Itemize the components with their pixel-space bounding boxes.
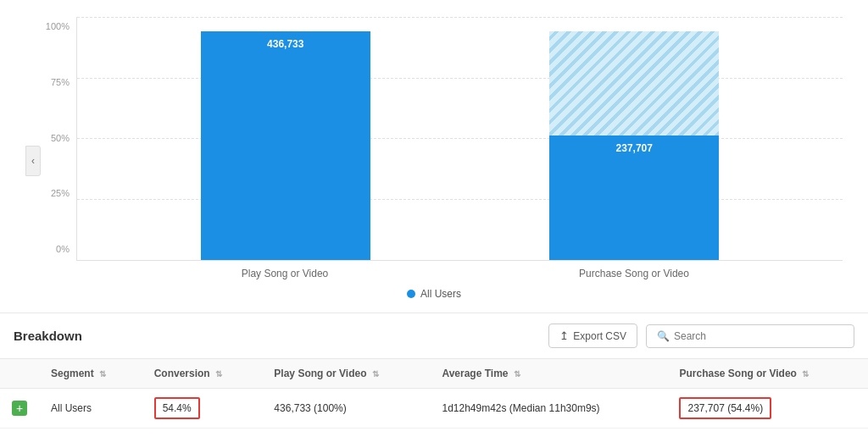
legend-item-all-users: All Users (407, 288, 461, 300)
bar-group-purchase: 237,707 (460, 17, 810, 260)
export-label: Export CSV (573, 330, 626, 342)
x-label-purchase: Purchase Song or Video (459, 268, 809, 279)
col-label-segment: Segment (51, 368, 94, 379)
y-axis-label-75: 75% (42, 77, 76, 87)
col-label-purchase: Purchase Song or Video (679, 368, 796, 379)
conversion-value-highlighted: 54.4% (154, 397, 200, 419)
breakdown-header: Breakdown ↥ Export CSV 🔍 (0, 313, 868, 359)
y-axis: 0% 25% 50% 75% 100% (42, 17, 76, 279)
legend-dot (407, 290, 415, 298)
y-axis-label-0: 0% (42, 244, 76, 254)
bar-value-play: 436,733 (267, 38, 303, 50)
breakdown-actions: ↥ Export CSV 🔍 (548, 324, 854, 348)
col-header-avg-time[interactable]: Average Time ⇅ (430, 359, 667, 389)
bars-wrapper: 436,733 237,707 (77, 17, 843, 260)
chart-container: 0% 25% 50% 75% 100% (25, 17, 843, 279)
col-header-segment[interactable]: Segment ⇅ (39, 359, 142, 389)
bar-group-play: 436,733 (111, 17, 460, 260)
add-segment-button[interactable]: + (12, 401, 27, 416)
col-label-play: Play Song or Video (274, 368, 366, 379)
sort-icon-play: ⇅ (372, 369, 379, 379)
sort-icon-avg: ⇅ (514, 369, 520, 379)
bars-area: 436,733 237,707 (76, 17, 843, 261)
col-header-add (0, 359, 39, 389)
x-label-play: Play Song or Video (110, 268, 459, 279)
bar-value-purchase: 237,707 (616, 142, 653, 154)
breakdown-title: Breakdown (14, 329, 82, 343)
breakdown-table: Segment ⇅ Conversion ⇅ Play Song or Vide… (0, 359, 868, 429)
chart-inner: 436,733 237,707 (76, 17, 843, 279)
bar-solid-bottom: 237,707 (549, 136, 719, 260)
x-axis-labels: Play Song or Video Purchase Song or Vide… (76, 261, 843, 279)
purchase-value-highlighted: 237,707 (54.4%) (679, 397, 771, 419)
breakdown-section: Breakdown ↥ Export CSV 🔍 Segment ⇅ Conve… (0, 313, 868, 429)
bar-hatched-wrapper: 237,707 (549, 17, 719, 260)
cell-add: + (0, 389, 39, 429)
sort-icon-segment: ⇅ (99, 369, 106, 379)
y-axis-label-25: 25% (42, 188, 76, 198)
col-header-purchase[interactable]: Purchase Song or Video ⇅ (667, 359, 868, 389)
export-csv-button[interactable]: ↥ Export CSV (548, 324, 637, 348)
legend-label: All Users (420, 288, 461, 300)
table-header-row: Segment ⇅ Conversion ⇅ Play Song or Vide… (0, 359, 868, 389)
search-input[interactable] (674, 330, 843, 342)
search-icon: 🔍 (657, 330, 670, 342)
cell-play: 436,733 (100%) (262, 389, 430, 429)
search-box: 🔍 (646, 324, 854, 348)
col-header-conversion[interactable]: Conversion ⇅ (142, 359, 263, 389)
sort-icon-conversion: ⇅ (215, 369, 222, 379)
col-label-conversion: Conversion (154, 368, 210, 379)
legend-area: All Users (25, 279, 843, 304)
y-axis-label-100: 100% (42, 21, 76, 31)
bar-solid-play: 436,733 (201, 31, 370, 260)
table-row: + All Users 54.4% 436,733 (100%) 1d12h49… (0, 389, 868, 429)
bar-hatched-top (549, 31, 719, 136)
y-axis-label-50: 50% (42, 133, 76, 143)
chart-section: ‹ 0% 25% 50% 75% 100% (0, 0, 868, 313)
cell-segment: All Users (39, 389, 142, 429)
cell-purchase: 237,707 (54.4%) (667, 389, 868, 429)
cell-avg-time: 1d12h49m42s (Median 11h30m9s) (430, 389, 667, 429)
sort-icon-purchase: ⇅ (802, 369, 809, 379)
col-header-play[interactable]: Play Song or Video ⇅ (262, 359, 430, 389)
col-label-avg-time: Average Time (442, 368, 508, 379)
cell-conversion: 54.4% (142, 389, 263, 429)
export-icon: ↥ (559, 329, 569, 342)
